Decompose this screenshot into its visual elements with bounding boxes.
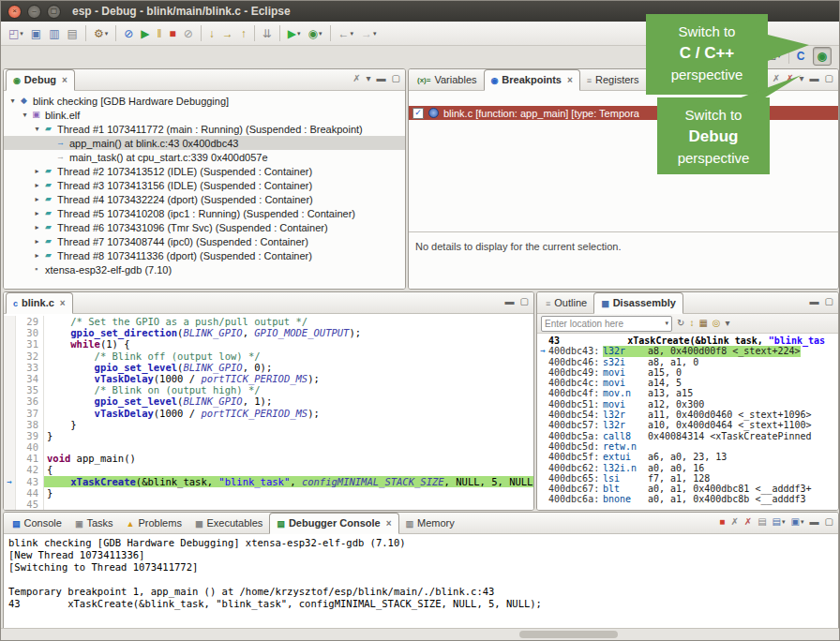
close-tab-icon[interactable]: × xyxy=(567,75,573,85)
tab-blink-c[interactable]: cblink.c× xyxy=(6,292,73,314)
tree-expander-icon[interactable]: ▸ xyxy=(32,209,42,217)
maximize-icon[interactable]: ▢ xyxy=(825,517,833,527)
drop-to-frame-icon[interactable]: ⇊ xyxy=(260,24,275,43)
close-tab-icon[interactable]: × xyxy=(386,518,392,529)
view-menu-icon[interactable]: ▾ xyxy=(367,74,371,83)
step-into-icon[interactable]: ↓ xyxy=(206,24,218,43)
close-button[interactable]: × xyxy=(8,5,22,19)
run-icon[interactable]: ▶▾ xyxy=(285,24,304,43)
maximize-icon[interactable]: ▢ xyxy=(392,74,400,83)
debug-tree-item[interactable]: ▸▰Thread #2 1073413512 (IDLE) (Suspended… xyxy=(4,164,405,178)
back-icon[interactable]: ←▾ xyxy=(336,24,357,43)
sync-with-stack-frame-icon[interactable]: ↕ xyxy=(689,319,694,328)
remove-all-terminated-icon[interactable]: ✗ xyxy=(352,74,360,83)
scrollbar-thumb[interactable] xyxy=(519,631,618,638)
track-expression-icon[interactable]: ◎ xyxy=(712,319,721,328)
remove-all-launches-icon[interactable]: ✗ xyxy=(744,517,752,527)
step-over-icon[interactable]: → xyxy=(219,24,236,43)
tree-expander-icon[interactable]: ▾ xyxy=(8,97,18,105)
terminate-icon[interactable]: ■ xyxy=(166,24,178,43)
debug-tree-item[interactable]: ▸▰Thread #7 1073408744 (ipc0) (Suspended… xyxy=(4,234,405,248)
view-menu-icon[interactable]: ▾ xyxy=(726,319,730,328)
breakpoint-item[interactable]: ✓ blink.c [function: app_main] [type: Te… xyxy=(409,106,838,120)
step-return-icon[interactable]: ↑ xyxy=(238,24,249,43)
chevron-down-icon[interactable]: ▾ xyxy=(665,320,668,327)
tree-expander-icon[interactable]: ▸ xyxy=(32,237,42,246)
callout-text-bold: Debug xyxy=(663,126,764,147)
debug-tree-item[interactable]: ▾◆blink checking [GDB Hardware Debugging… xyxy=(4,94,405,108)
tab-variables[interactable]: (x)=Variables xyxy=(411,70,484,90)
minimize-icon[interactable]: ▬ xyxy=(377,74,386,83)
tree-expander-icon[interactable]: ▸ xyxy=(32,167,42,175)
debug-tree-item[interactable]: →main_task() at cpu_start.c:339 0x400d05… xyxy=(4,150,405,164)
debug-tree-item[interactable]: ▸▰Thread #3 1073413156 (IDLE) (Suspended… xyxy=(4,178,405,192)
location-input[interactable]: Enter location here ▾ xyxy=(541,316,672,332)
refresh-icon[interactable]: ↻ xyxy=(677,319,684,328)
minimize-icon[interactable]: ▬ xyxy=(810,517,819,527)
maximize-icon[interactable]: ▢ xyxy=(825,74,833,83)
debug-view-toolbar: ✗▾▬▢ xyxy=(352,74,400,83)
maximize-icon[interactable]: ▢ xyxy=(825,297,833,306)
tree-expander-icon[interactable]: ▸ xyxy=(32,195,42,203)
terminate-icon[interactable]: ■ xyxy=(719,517,725,527)
close-tab-icon[interactable]: × xyxy=(62,75,68,85)
debug-tree-item[interactable]: ▪xtensa-esp32-elf-gdb (7.10) xyxy=(4,262,405,276)
tab-disassembly[interactable]: ▦Disassembly xyxy=(593,292,683,314)
console-output[interactable]: blink checking [GDB Hardware Debugging] … xyxy=(4,534,838,631)
breakpoint-checkbox[interactable]: ✓ xyxy=(412,108,424,119)
print-icon[interactable]: ▤ xyxy=(65,24,81,43)
debug-tree-item[interactable]: ▸▰Thread #4 1073432224 (dport) (Suspende… xyxy=(4,192,405,206)
tab-problems[interactable]: ▲Problems xyxy=(120,514,188,533)
tab-debug[interactable]: ◉Debug× xyxy=(6,69,75,91)
tree-expander-icon[interactable]: ▸ xyxy=(32,223,42,231)
tree-expander-icon[interactable]: ▸ xyxy=(32,251,42,260)
debug-tree-item[interactable]: ▾▰Thread #1 1073411772 (main : Running) … xyxy=(4,122,405,136)
minimize-icon[interactable]: ▬ xyxy=(810,297,819,306)
save-all-icon[interactable]: ▥ xyxy=(46,24,62,43)
debug-perspective-button[interactable]: ◉ xyxy=(813,47,832,66)
tab-memory[interactable]: ▥Memory xyxy=(399,514,461,533)
forward-icon[interactable]: →▾ xyxy=(358,24,380,43)
new-wizard-icon[interactable]: ◰▾ xyxy=(6,24,26,43)
suspend-icon[interactable]: ‖ xyxy=(154,24,164,43)
tab-executables[interactable]: ▦Executables xyxy=(188,514,269,533)
debug-tree-item[interactable]: ▸▰Thread #6 1073431096 (Tmr Svc) (Suspen… xyxy=(4,220,405,234)
clear-console-icon[interactable]: ▤ xyxy=(758,517,766,527)
tab-console[interactable]: ▤Console xyxy=(6,514,68,533)
maximize-icon[interactable]: ▢ xyxy=(520,297,529,306)
tab-breakpoints[interactable]: ◉Breakpoints× xyxy=(484,69,580,91)
code-editor[interactable]: 29 /* Set the GPIO as a push/pull output… xyxy=(4,314,533,510)
debug-tree-item[interactable]: ▾▣blink.elf xyxy=(4,108,405,122)
show-opcodes-icon[interactable]: ▦ xyxy=(698,319,707,328)
minimize-icon[interactable]: ▬ xyxy=(505,297,515,306)
disassembly-listing[interactable]: 43 xTaskCreate(&blink_task, "blink_tas→4… xyxy=(537,334,838,510)
debug-tree-item[interactable]: →app_main() at blink.c:43 0x400dbc43 xyxy=(4,136,405,150)
minimize-icon[interactable]: ▬ xyxy=(810,74,819,83)
disassembly-margin xyxy=(537,494,548,504)
tree-expander-icon[interactable]: ▾ xyxy=(32,125,42,133)
disconnect-icon[interactable]: ⊘ xyxy=(181,24,196,43)
remove-launch-icon[interactable]: ✗ xyxy=(730,517,738,527)
disassembly-instruction: 400dbc5d:retw.n xyxy=(537,441,838,452)
display-console-icon[interactable]: ▤▾ xyxy=(772,517,786,527)
tab-debugger-console[interactable]: ▤Debugger Console× xyxy=(269,513,398,534)
tree-expander-icon[interactable]: ▸ xyxy=(32,181,42,189)
build-icon[interactable]: ⚙▾ xyxy=(91,24,111,43)
breakpoints-detail-text: No details to display for the current se… xyxy=(415,241,622,252)
skip-breakpoints-icon[interactable]: ⊘ xyxy=(121,24,136,43)
tab-tasks[interactable]: ▣Tasks xyxy=(68,514,120,533)
open-console-icon[interactable]: ▣▾ xyxy=(791,517,804,527)
close-tab-icon[interactable]: × xyxy=(60,298,66,308)
horizontal-scrollbar[interactable] xyxy=(1,628,839,640)
debug-icon[interactable]: ◉▾ xyxy=(306,24,325,43)
tree-expander-icon[interactable]: ▾ xyxy=(20,111,30,119)
minimize-button[interactable]: – xyxy=(27,5,41,19)
resume-icon[interactable]: ▶ xyxy=(138,24,152,43)
tab-outline[interactable]: ≡Outline xyxy=(539,293,593,313)
debug-tree-item[interactable]: ▸▰Thread #8 1073411336 (dport) (Suspende… xyxy=(4,248,405,262)
instruction-address: 400dbc62: xyxy=(548,463,603,473)
save-icon[interactable]: ▣ xyxy=(28,24,44,43)
tab-registers[interactable]: ≡Registers xyxy=(580,70,646,90)
debug-tree-item[interactable]: ▸▰Thread #5 1073410208 (ipc1 : Running) … xyxy=(4,206,405,220)
maximize-button[interactable]: ▢ xyxy=(47,5,61,19)
